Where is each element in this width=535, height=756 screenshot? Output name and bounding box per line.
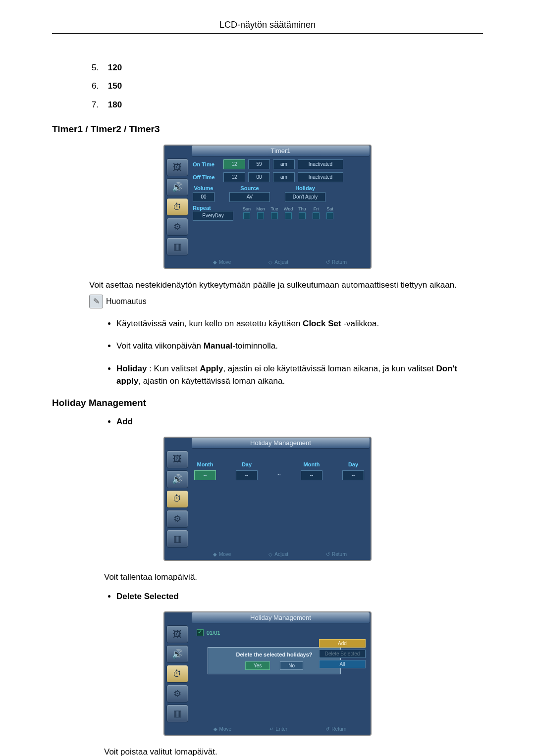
- sound-icon[interactable]: 🔊: [166, 470, 188, 488]
- day-label: Day: [348, 461, 358, 467]
- volume-stack: Volume 00: [193, 185, 214, 202]
- delete-selected-button[interactable]: Delete Selected: [319, 650, 366, 658]
- off-time-row: Off Time 12 00 am Inactivated: [193, 172, 366, 182]
- holiday-date: 01/01: [207, 630, 220, 636]
- footer-adjust: ◇ Adjust: [268, 259, 288, 265]
- repeat-value[interactable]: EveryDay: [193, 211, 233, 221]
- on-time-ampm[interactable]: am: [273, 159, 295, 169]
- osd-footer: ◆ Move ◇ Adjust ↺ Return: [164, 550, 371, 560]
- heading-timer: Timer1 / Timer2 / Timer3: [52, 124, 483, 135]
- numbered-list: 5. 120 6. 150 7. 180: [92, 58, 483, 114]
- day-checkbox[interactable]: [313, 212, 320, 219]
- add-description: Voit tallentaa lomapäiviä.: [104, 571, 483, 584]
- days-row: Sun Mon Tue Wed Thu Fri Sat: [240, 206, 336, 219]
- checkbox-icon[interactable]: [197, 629, 204, 636]
- setup-icon[interactable]: ⏱: [166, 198, 188, 216]
- multi-control-icon[interactable]: ▥: [166, 238, 188, 255]
- source-label: Source: [240, 185, 259, 191]
- month-end-value[interactable]: --: [301, 470, 322, 480]
- day-fri: Fri: [310, 206, 322, 219]
- day-checkbox[interactable]: [271, 212, 278, 219]
- num-index: 5.: [92, 58, 106, 77]
- sound-icon[interactable]: 🔊: [166, 645, 188, 663]
- day-start-value[interactable]: --: [236, 470, 258, 480]
- settings-icon[interactable]: ⚙: [166, 685, 188, 703]
- osd-icon-column: 🖼 🔊 ⏱ ⚙ ▥: [164, 623, 192, 724]
- num-value: 150: [108, 81, 122, 91]
- heading-holiday: Holiday Management: [52, 398, 483, 408]
- holiday-entry[interactable]: 01/01: [197, 629, 362, 636]
- footer-return: ↺ Return: [326, 259, 347, 265]
- settings-icon[interactable]: ⚙: [166, 218, 188, 236]
- osd-footer: ◆ Move ◇ Adjust ↺ Return: [164, 257, 371, 268]
- on-time-label: On Time: [193, 161, 220, 167]
- list-item: Käytettävissä vain, kun kello on asetett…: [116, 317, 483, 330]
- source-stack: Source AV: [229, 185, 270, 202]
- multi-control-icon[interactable]: ▥: [166, 530, 188, 548]
- note-icon: ✎: [89, 295, 103, 308]
- day-checkbox[interactable]: [299, 212, 306, 219]
- all-button[interactable]: All: [319, 660, 366, 668]
- picture-icon[interactable]: 🖼: [166, 158, 188, 176]
- no-button[interactable]: No: [280, 661, 303, 670]
- day-checkbox[interactable]: [326, 212, 333, 219]
- list-item: 5. 120: [92, 58, 483, 77]
- day-end-value[interactable]: --: [342, 470, 364, 480]
- source-value[interactable]: AV: [229, 192, 270, 202]
- num-value: 180: [108, 100, 122, 109]
- osd-footer: ◆ Move ↵ Enter ↺ Return: [164, 724, 371, 735]
- day-checkbox[interactable]: [243, 212, 250, 219]
- osd-timer-panel: Timer1 🖼 🔊 ⏱ ⚙ ▥ On Time 12 59 am Inacti…: [163, 145, 372, 269]
- list-item: Add: [116, 417, 483, 427]
- footer-return: ↺ Return: [325, 726, 346, 732]
- list-item: Voit valita viikonpäivän Manual-toiminno…: [116, 340, 483, 353]
- day-label: Day: [242, 461, 252, 467]
- repeat-label: Repeat: [193, 205, 233, 211]
- osd-icon-column: 🖼 🔊 ⏱ ⚙ ▥: [164, 156, 192, 257]
- off-time-minute[interactable]: 00: [248, 172, 270, 182]
- day-checkbox[interactable]: [285, 212, 292, 219]
- note-row: ✎ Huomautus: [89, 295, 483, 308]
- footer-adjust: ◇ Adjust: [268, 552, 288, 557]
- holiday-value[interactable]: Don't Apply: [285, 192, 325, 202]
- holiday-stack: Holiday Don't Apply: [285, 185, 325, 202]
- num-value: 120: [108, 63, 122, 72]
- on-time-minute[interactable]: 59: [248, 159, 270, 169]
- add-label: Add: [116, 417, 133, 426]
- setup-icon[interactable]: ⏱: [166, 490, 188, 508]
- off-time-ampm[interactable]: am: [273, 172, 295, 182]
- sound-icon[interactable]: 🔊: [166, 178, 188, 196]
- off-time-label: Off Time: [193, 174, 220, 180]
- day-tue: Tue: [268, 206, 281, 219]
- list-item: Holiday : Kun valitset Apply, ajastin ei…: [116, 362, 483, 388]
- delete-selected-label: Delete Selected: [116, 592, 179, 601]
- picture-icon[interactable]: 🖼: [166, 625, 188, 643]
- volume-label: Volume: [194, 185, 214, 191]
- timer-description: Voit asettaa nestekidenäytön kytkeytymää…: [89, 279, 483, 292]
- month-label: Month: [304, 461, 320, 467]
- volume-value[interactable]: 00: [193, 192, 214, 202]
- settings-icon[interactable]: ⚙: [166, 510, 188, 528]
- day-checkbox[interactable]: [257, 212, 264, 219]
- on-time-row: On Time 12 59 am Inactivated: [193, 159, 366, 169]
- month-start-value[interactable]: --: [194, 470, 216, 480]
- note-bullets: Käytettävissä vain, kun kello on asetett…: [97, 317, 483, 388]
- add-button[interactable]: Add: [319, 639, 366, 648]
- multi-control-icon[interactable]: ▥: [166, 705, 188, 722]
- osd-title: Holiday Management: [192, 612, 370, 623]
- day-sun: Sun: [240, 206, 253, 219]
- on-time-state[interactable]: Inactivated: [298, 159, 343, 169]
- footer-move: ◆ Move: [213, 552, 231, 557]
- off-time-hour[interactable]: 12: [223, 172, 245, 182]
- setup-icon[interactable]: ⏱: [166, 665, 188, 683]
- num-index: 7.: [92, 96, 106, 114]
- holiday-label: Holiday: [295, 185, 315, 191]
- off-time-state[interactable]: Inactivated: [298, 172, 343, 182]
- picture-icon[interactable]: 🖼: [166, 451, 188, 468]
- yes-button[interactable]: Yes: [245, 661, 270, 670]
- on-time-hour[interactable]: 12: [223, 159, 245, 169]
- footer-move: ◆ Move: [213, 259, 231, 265]
- day-mon: Mon: [254, 206, 267, 219]
- num-index: 6.: [92, 77, 106, 95]
- side-buttons: Add Delete Selected All: [319, 639, 366, 668]
